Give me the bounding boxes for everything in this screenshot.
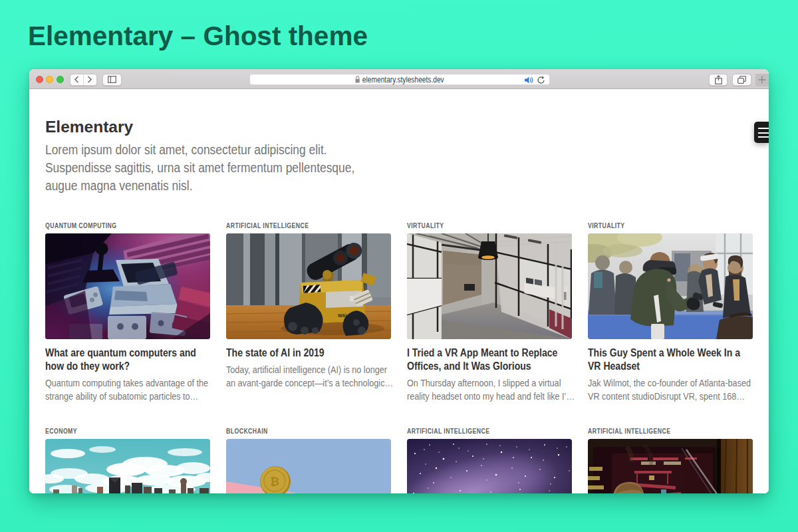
svg-text:₿: ₿ (270, 475, 279, 488)
